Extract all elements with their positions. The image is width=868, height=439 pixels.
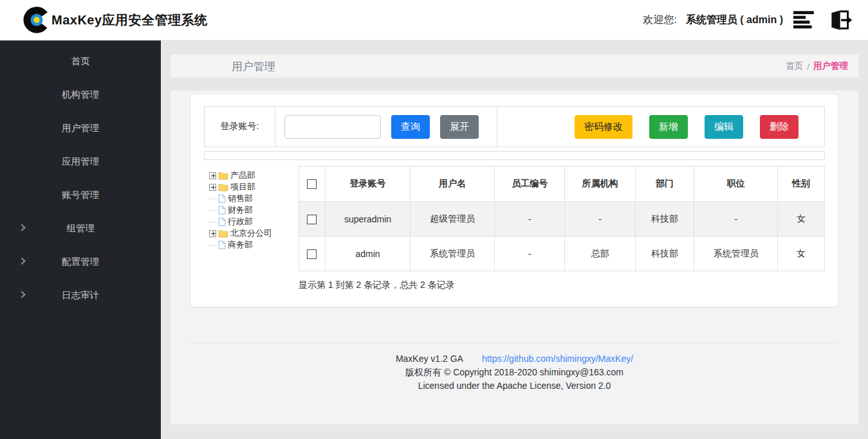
sidebar-item-4[interactable]: 应用管理 bbox=[0, 145, 161, 178]
folder-icon bbox=[218, 183, 228, 192]
sidebar-item-3[interactable]: 用户管理 bbox=[0, 111, 161, 145]
sidebar-item-label: 机构管理 bbox=[62, 89, 99, 101]
search-label: 登录账号: bbox=[205, 107, 275, 147]
tree-node[interactable]: 商务部 bbox=[209, 239, 296, 251]
edit-button[interactable]: 编辑 bbox=[705, 115, 743, 139]
column-header: 部门 bbox=[635, 166, 694, 202]
column-header: 员工编号 bbox=[494, 166, 564, 202]
table-cell: 总部 bbox=[565, 237, 635, 271]
app-header: MaxKey应用安全管理系统 欢迎您: 系统管理员 ( admin ) bbox=[0, 0, 868, 40]
expand-button[interactable]: 展开 bbox=[440, 115, 479, 139]
footer-github-link[interactable]: https://github.com/shimingxy/MaxKey/ bbox=[482, 354, 633, 364]
breadcrumb-separator: / bbox=[807, 62, 809, 71]
footer-version: MaxKey v1.2 GA bbox=[396, 354, 463, 364]
sidebar-item-5[interactable]: 账号管理 bbox=[0, 178, 161, 211]
folder-icon bbox=[218, 172, 228, 180]
sidebar-item-8[interactable]: 日志审计 bbox=[0, 278, 161, 312]
app-title: MaxKey应用安全管理系统 bbox=[51, 12, 208, 29]
table-row[interactable]: admin系统管理员-总部科技部系统管理员女 bbox=[299, 237, 825, 271]
sidebar-item-label: 配置管理 bbox=[62, 256, 99, 268]
advanced-search-collapsed-panel bbox=[204, 151, 825, 160]
select-all-checkbox[interactable] bbox=[307, 179, 317, 189]
column-header: 登录账号 bbox=[325, 166, 410, 202]
sidebar-item-1[interactable]: 首页 bbox=[0, 44, 161, 78]
table-cell: 科技部 bbox=[635, 202, 694, 237]
tree-node[interactable]: 项目部 bbox=[209, 181, 296, 193]
maxkey-logo-icon bbox=[23, 6, 50, 33]
footer-license: Licensed under the Apache License, Versi… bbox=[190, 379, 838, 393]
tree-node[interactable]: 产品部 bbox=[209, 170, 296, 181]
add-button[interactable]: 新增 bbox=[649, 115, 688, 139]
table-cell: - bbox=[565, 202, 635, 237]
table-cell: 系统管理员 bbox=[411, 237, 495, 271]
main-content: 用户管理 首页 / 用户管理 登录账号: 查询 展开 密码修改 新增 编辑 删 bbox=[161, 40, 868, 439]
sidebar-item-label: 账号管理 bbox=[62, 189, 99, 201]
search-toolbar: 登录账号: 查询 展开 密码修改 新增 编辑 删除 bbox=[204, 106, 825, 147]
org-tree: 产品部项目部销售部财务部行政部北京分公司商务部 bbox=[204, 166, 299, 291]
login-account-input[interactable] bbox=[284, 115, 381, 139]
sidebar-item-label: 首页 bbox=[71, 55, 90, 67]
table-cell: - bbox=[494, 237, 564, 271]
footer-divider bbox=[190, 343, 838, 343]
table-body: superadmin超级管理员--科技部-女admin系统管理员-总部科技部系统… bbox=[299, 202, 825, 271]
table-cell: admin bbox=[325, 237, 410, 271]
tree-node-label[interactable]: 商务部 bbox=[228, 239, 253, 251]
tree-expander-icon[interactable] bbox=[209, 230, 216, 237]
tree-node[interactable]: 北京分公司 bbox=[209, 228, 296, 239]
brand: MaxKey应用安全管理系统 bbox=[23, 6, 208, 33]
table-cell: 女 bbox=[778, 237, 825, 271]
table-cell: 系统管理员 bbox=[694, 237, 778, 271]
current-user: 系统管理员 ( admin ) bbox=[686, 13, 783, 27]
menu-list-icon[interactable] bbox=[793, 11, 817, 29]
chevron-right-icon bbox=[18, 291, 25, 298]
folder-icon bbox=[218, 229, 228, 238]
sidebar-menu: 首页机构管理用户管理应用管理账号管理组管理配置管理日志审计 bbox=[0, 40, 161, 439]
table-row[interactable]: superadmin超级管理员--科技部-女 bbox=[299, 202, 825, 237]
breadcrumb-home-link[interactable]: 首页 bbox=[786, 60, 803, 72]
file-icon bbox=[218, 240, 226, 249]
column-header: 性别 bbox=[778, 166, 825, 202]
row-checkbox[interactable] bbox=[307, 249, 317, 259]
sidebar-item-6[interactable]: 组管理 bbox=[0, 211, 161, 245]
sidebar-item-7[interactable]: 配置管理 bbox=[0, 245, 161, 278]
table-cell: 科技部 bbox=[635, 237, 694, 271]
records-info: 显示第 1 到第 2 条记录，总共 2 条记录 bbox=[299, 280, 825, 291]
tree-node-label[interactable]: 北京分公司 bbox=[230, 228, 272, 239]
file-icon bbox=[218, 206, 226, 215]
breadcrumb-bar: 用户管理 首页 / 用户管理 bbox=[171, 55, 858, 78]
users-table: 登录账号用户名员工编号所属机构部门职位性别 superadmin超级管理员--科… bbox=[299, 166, 825, 271]
sidebar-item-label: 用户管理 bbox=[62, 122, 99, 134]
tree-node[interactable]: 销售部 bbox=[209, 193, 296, 204]
site-footer: MaxKey v1.2 GA https://github.com/shimin… bbox=[190, 352, 838, 393]
query-button[interactable]: 查询 bbox=[391, 115, 430, 139]
tree-node[interactable]: 财务部 bbox=[209, 204, 296, 216]
tree-node-label[interactable]: 产品部 bbox=[230, 170, 255, 181]
welcome-label: 欢迎您: bbox=[643, 13, 676, 27]
password-modify-button[interactable]: 密码修改 bbox=[575, 115, 633, 139]
tree-node-label[interactable]: 销售部 bbox=[228, 193, 253, 204]
table-cell: superadmin bbox=[325, 202, 410, 237]
page-title: 用户管理 bbox=[232, 59, 275, 74]
tree-expander-icon[interactable] bbox=[209, 184, 216, 191]
table-cell: 女 bbox=[778, 202, 825, 237]
tree-connector bbox=[209, 222, 216, 222]
tree-node-label[interactable]: 行政部 bbox=[228, 216, 253, 228]
logout-icon[interactable] bbox=[827, 9, 853, 31]
panel-container: 登录账号: 查询 展开 密码修改 新增 编辑 删除 产品部项目部销售部财务部行政… bbox=[171, 91, 858, 424]
column-header: 用户名 bbox=[411, 166, 495, 202]
sidebar-item-2[interactable]: 机构管理 bbox=[0, 78, 161, 111]
file-icon bbox=[218, 217, 226, 226]
column-header: 职位 bbox=[694, 166, 778, 202]
tree-connector bbox=[209, 199, 216, 199]
delete-button[interactable]: 删除 bbox=[760, 115, 799, 139]
tree-node[interactable]: 行政部 bbox=[209, 216, 296, 228]
footer-copyright: 版权所有 © Copyright 2018-2020 shimingxy@163… bbox=[190, 366, 838, 379]
tree-expander-icon[interactable] bbox=[209, 172, 216, 179]
tree-node-label[interactable]: 项目部 bbox=[230, 181, 255, 193]
sidebar-item-label: 日志审计 bbox=[62, 289, 99, 301]
table-header-row: 登录账号用户名员工编号所属机构部门职位性别 bbox=[299, 166, 825, 202]
tree-node-label[interactable]: 财务部 bbox=[228, 204, 253, 216]
row-checkbox[interactable] bbox=[307, 215, 317, 224]
sidebar-item-label: 应用管理 bbox=[62, 156, 99, 168]
table-cell: - bbox=[494, 202, 564, 237]
